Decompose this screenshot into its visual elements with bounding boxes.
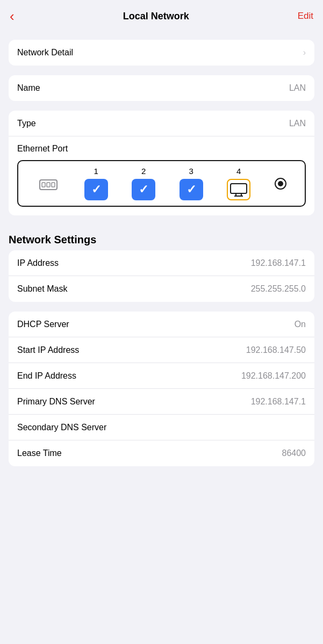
name-value: LAN xyxy=(289,83,306,93)
port-3-group: 3 ✓ xyxy=(180,167,203,200)
port-1-label: 1 xyxy=(94,167,98,176)
start-ip-value: 192.168.147.50 xyxy=(246,345,306,355)
ethernet-port-section: Ethernet Port 1 ✓ 2 xyxy=(9,136,314,215)
end-ip-row[interactable]: End IP Address 192.168.147.200 xyxy=(9,363,314,389)
port-2-label: 2 xyxy=(141,167,146,176)
radio-dot-inner xyxy=(278,181,283,186)
type-value: LAN xyxy=(289,119,306,128)
network-detail-row[interactable]: Network Detail › xyxy=(9,40,314,66)
port-3-label: 3 xyxy=(189,167,193,176)
port-4-checkbox[interactable] xyxy=(227,179,250,200)
network-settings-header: Network Settings xyxy=(9,234,314,246)
primary-dns-label: Primary DNS Server xyxy=(17,397,95,407)
lease-time-label: Lease Time xyxy=(17,448,62,458)
port-4-group: 4 xyxy=(227,167,250,200)
svg-rect-1 xyxy=(42,183,45,187)
port-1-group: 1 ✓ xyxy=(84,167,108,200)
ip-address-row[interactable]: IP Address 192.168.147.1 xyxy=(9,250,314,276)
network-detail-label: Network Detail xyxy=(17,48,73,57)
dhcp-server-row[interactable]: DHCP Server On xyxy=(9,312,314,337)
page-title: Local Network xyxy=(123,11,189,22)
radio-button[interactable] xyxy=(275,178,286,190)
svg-rect-0 xyxy=(40,180,57,190)
end-ip-value: 192.168.147.200 xyxy=(241,371,306,381)
primary-dns-row[interactable]: Primary DNS Server 192.168.147.1 xyxy=(9,389,314,415)
port-3-checkmark: ✓ xyxy=(186,184,196,196)
port-1-checkmark: ✓ xyxy=(91,184,101,196)
ethernet-ports-container: 1 ✓ 2 ✓ 3 ✓ 4 xyxy=(17,160,306,207)
end-ip-label: End IP Address xyxy=(17,371,76,381)
ethernet-port-label: Ethernet Port xyxy=(17,144,306,154)
port-2-group: 2 ✓ xyxy=(132,167,155,200)
svg-rect-2 xyxy=(47,183,50,187)
dhcp-server-value: On xyxy=(295,320,306,329)
type-label: Type xyxy=(17,119,36,128)
name-label: Name xyxy=(17,83,40,93)
navigation-bar: ‹ Local Network Edit xyxy=(0,0,323,30)
secondary-dns-label: Secondary DNS Server xyxy=(17,423,106,432)
port-4-label: 4 xyxy=(236,167,241,176)
subnet-mask-value: 255.255.255.0 xyxy=(251,284,306,294)
name-card: Name LAN xyxy=(9,75,314,101)
svg-rect-4 xyxy=(231,184,247,193)
port-2-checkmark: ✓ xyxy=(139,184,148,196)
ip-settings-card: IP Address 192.168.147.1 Subnet Mask 255… xyxy=(9,250,314,302)
lease-time-row[interactable]: Lease Time 86400 xyxy=(9,440,314,466)
port-3-checkbox[interactable]: ✓ xyxy=(180,179,203,200)
ip-address-value: 192.168.147.1 xyxy=(251,258,306,268)
subnet-mask-label: Subnet Mask xyxy=(17,284,67,294)
network-detail-card: Network Detail › xyxy=(9,40,314,66)
type-row[interactable]: Type LAN xyxy=(9,111,314,136)
port-2-checkbox[interactable]: ✓ xyxy=(132,179,155,200)
start-ip-row[interactable]: Start IP Address 192.168.147.50 xyxy=(9,337,314,363)
chevron-right-icon: › xyxy=(303,48,306,57)
lease-time-value: 86400 xyxy=(282,448,306,458)
ip-address-label: IP Address xyxy=(17,258,59,268)
back-button[interactable]: ‹ xyxy=(10,9,15,23)
subnet-mask-row[interactable]: Subnet Mask 255.255.255.0 xyxy=(9,276,314,302)
start-ip-label: Start IP Address xyxy=(17,345,79,355)
primary-dns-value: 192.168.147.1 xyxy=(251,397,306,407)
dhcp-server-label: DHCP Server xyxy=(17,320,69,329)
name-row[interactable]: Name LAN xyxy=(9,75,314,101)
dhcp-settings-card: DHCP Server On Start IP Address 192.168.… xyxy=(9,312,314,466)
type-ethernet-card: Type LAN Ethernet Port 1 ✓ xyxy=(9,111,314,215)
secondary-dns-row[interactable]: Secondary DNS Server xyxy=(9,415,314,440)
svg-rect-3 xyxy=(52,183,55,187)
edit-button[interactable]: Edit xyxy=(298,11,313,21)
port-1-checkbox[interactable]: ✓ xyxy=(84,179,108,200)
router-icon xyxy=(37,174,60,193)
